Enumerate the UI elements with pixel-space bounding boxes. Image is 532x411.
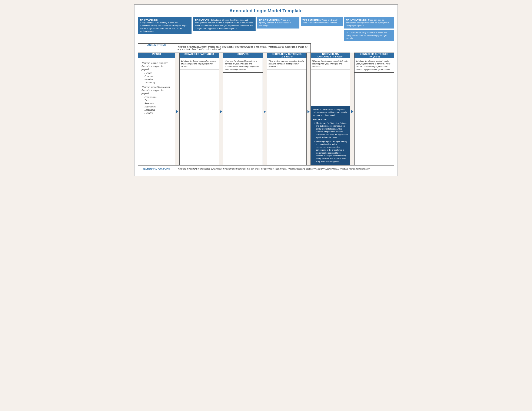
spacer-2 [219,53,223,58]
header-short-term: SHORT-TERM OUTCOMES (1-2 Years) [267,53,306,58]
intangible-item-research: Research [144,102,172,105]
strategies-desc: What are the broad approaches or sets of… [180,58,219,70]
tip-clustering-text: For Strategies, Outputs, and Outcomes, c… [316,122,348,139]
tangible-item-personnel: Personnel [144,75,172,78]
arrow-5 [350,58,354,165]
spacer-1 [175,53,179,58]
intangible-list: Partnerships Time Research Regulations L… [144,95,172,115]
intermediary-desc: What are the changes expected directly r… [311,58,350,70]
short-empty-4 [267,124,306,142]
tip-st-outcomes: TIP (S-T OUTCOMES): These are typically … [257,17,299,28]
tip-outputs-title: TIP (OUTPUTS): [195,19,210,21]
tips-general-item-2: Showing Logical Linkages: Making and sho… [316,140,348,163]
strategies-empty-2 [180,88,219,106]
tip-lt-outcomes: TIP (L-T OUTCOMES): These can also be co… [344,17,394,28]
long-term-cell: What are the ultimate desired results yo… [354,58,394,165]
intangible-item-partnerships: Partnerships [144,95,172,99]
outputs-empty-3 [223,109,263,127]
tangible-item-technology: Technology [144,81,172,84]
spacer-3 [263,53,267,58]
long-empty-3 [354,109,394,127]
tip-linkages-label: Showing Logical Linkages: [316,140,341,142]
external-factors-text: What are the current or anticipated dyna… [175,165,394,172]
tip-strategies-text: 1. Organization: Put 1 strategy in each … [140,21,186,32]
outputs-desc: What are the observable products or serv… [223,58,263,73]
intangible-item-leadership: Leadership [144,108,172,112]
tip-assumptions-title: TIP (ASSUMPTIONS): [346,31,366,34]
tip-outputs: TIP (OUTPUTS): Outputs are different tha… [193,17,256,31]
strategies-empty-4 [180,124,219,142]
header-intermediary: INTERMEDIARY OUTCOMES (3-4 years) [311,53,350,58]
page-title: Annotated Logic Model Template [138,8,394,14]
instructions-title: INSTRUCTIONS: Use the companion Quick Re… [313,108,348,117]
short-empty-2 [267,88,306,106]
external-factors-row: EXTERNAL FACTORS What are the current or… [138,165,394,172]
arrow-3 [263,58,267,165]
tips-general-list: Clustering: For Strategies, Outputs, and… [316,122,348,163]
header-outputs: OUTPUTS [223,53,263,58]
outputs-empty-4 [223,127,263,145]
tip-clustering-label: Clustering: [316,122,326,124]
intangible-item-time: Time [144,99,172,102]
main-grid: ASSUMPTIONS What are the principles, bel… [138,43,394,172]
headers-row: INPUTS STRATEGIES / ACTIVITIES OUTPUTS S… [138,53,394,58]
arrow-4 [306,58,311,165]
assumptions-label: ASSUMPTIONS [138,43,175,53]
spacer-5 [350,53,354,58]
spacer-4 [306,53,311,58]
intangible-item-regulations: Regulations [144,105,172,108]
tip-strategies-title: TIP (STRATEGIES): [140,19,158,21]
assumptions-text: What are the principles, beliefs, or ide… [175,43,311,53]
page-container: Annotated Logic Model Template TIP (STRA… [134,4,398,176]
intermediary-cell: What are the changes expected directly r… [311,58,350,165]
arrow-right-icon-3 [264,110,266,113]
inter-empty-1 [311,70,350,88]
tip-strategies: TIP (STRATEGIES): 1. Organization: Put 1… [138,17,191,34]
long-empty-2 [354,91,394,109]
arrow-right-icon-2 [220,110,222,113]
strategies-cell: What are the broad approaches or sets of… [179,58,219,165]
strategies-empty-1 [180,70,219,88]
tip-linkages-text: Making and showing clear logical connect… [316,140,347,163]
header-strategies: STRATEGIES / ACTIVITIES [179,53,219,58]
header-long-term: LONG-TERM OUTCOMES (5+ years) [354,53,394,58]
header-inputs: INPUTS [138,53,175,58]
tip-assumptions: TIP (ASSUMPTIONS): Continue to check and… [344,30,394,41]
strategies-empty-3 [180,106,219,124]
tip-i-title: TIP (I OUTCOMES): [303,19,321,21]
short-empty-1 [267,70,306,88]
tip-i-outcomes: TIP (I OUTCOMES): These are typically be… [301,17,343,26]
tip-st-title: TIP (S-T OUTCOMES): [259,19,280,21]
tangible-list: Funding Personnel Materials Technology [144,72,172,84]
long-empty-4 [354,127,394,145]
inter-empty-2 [311,88,350,106]
inputs-cell: What are tangible resources that exist t… [138,58,175,165]
tip-row: TIP (STRATEGIES): 1. Organization: Put 1… [138,17,394,41]
tangible-question: What are tangible resources that exist t… [142,62,172,71]
intangible-label: intangible [151,86,160,88]
instructions-box: INSTRUCTIONS: Use the companion Quick Re… [311,106,350,165]
short-term-cell: What are the changes expected directly r… [267,58,306,165]
tangible-item-funding: Funding [144,72,172,75]
outputs-empty-2 [223,91,263,109]
external-factors-label: EXTERNAL FACTORS [138,165,175,172]
arrow-2 [219,58,223,165]
arrow-right-icon-4 [307,110,310,113]
arrow-right-icon-1 [176,110,178,113]
intangible-question: What are intangible resources that exist… [142,85,172,95]
short-empty-3 [267,106,306,124]
long-empty-1 [354,73,394,91]
tips-general-item-1: Clustering: For Strategies, Outputs, and… [316,122,348,139]
instructions-strong: INSTRUCTIONS: [313,109,328,111]
arrow-1 [175,58,179,165]
tangible-label: tangible [151,62,158,64]
arrow-right-icon-5 [351,110,353,113]
main-content-row: What are tangible resources that exist t… [138,58,394,165]
short-term-desc: What are the changes expected directly r… [267,58,306,70]
inputs-content: What are tangible resources that exist t… [140,60,173,118]
intangible-item-expertise: Expertise [144,112,172,115]
outputs-cell: What are the observable products or serv… [223,58,263,165]
tip-right-col: TIP (L-T OUTCOMES): These can also be co… [344,17,394,41]
tips-general-title: TIPS (GENERAL): [313,118,348,121]
tip-lt-title: TIP (L-T OUTCOMES): [346,19,367,21]
